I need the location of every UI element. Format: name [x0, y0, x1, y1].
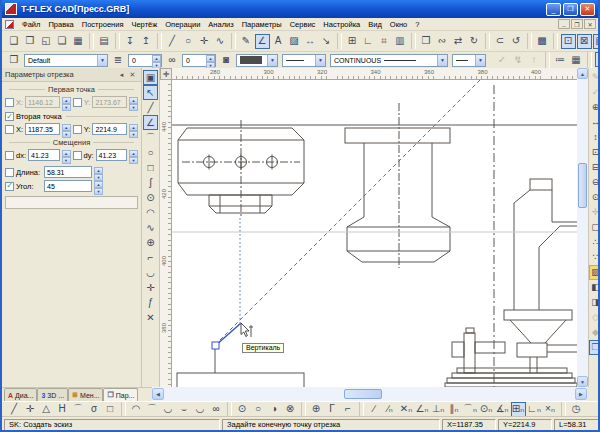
- mdi-minimize-button[interactable]: _: [558, 19, 570, 29]
- arc-3pt-icon[interactable]: ◠: [129, 402, 144, 417]
- delete-icon[interactable]: ✕: [143, 310, 158, 325]
- leader-icon[interactable]: ↘: [319, 34, 334, 49]
- x2-field[interactable]: 1187.35: [25, 123, 60, 135]
- snap-center-icon[interactable]: ⊙ₙ: [479, 402, 494, 417]
- menu-file[interactable]: Файл: [18, 19, 44, 30]
- curve-icon[interactable]: ∿: [143, 220, 158, 235]
- scroll-up-button[interactable]: ▲: [577, 68, 588, 79]
- move-icon[interactable]: ⇄: [451, 34, 466, 49]
- sketch-triangle-icon[interactable]: △: [39, 402, 54, 417]
- sketch-ellipse-icon[interactable]: σ: [87, 402, 102, 417]
- node-icon[interactable]: ✛: [197, 34, 212, 49]
- scroll-left-button[interactable]: ◀: [152, 388, 164, 400]
- sketch-icon[interactable]: ✎: [239, 34, 254, 49]
- segment-icon[interactable]: ∠: [255, 34, 270, 49]
- measure-icon[interactable]: ⌗: [377, 34, 392, 49]
- sketch-symmetry-icon[interactable]: H: [55, 402, 70, 417]
- snap-none-icon[interactable]: ×ₙ: [543, 402, 558, 417]
- dy-spin[interactable]: ▲▼: [129, 150, 138, 161]
- zoom-window-icon[interactable]: ⊡: [589, 145, 600, 160]
- arc-full-icon[interactable]: ∞: [209, 402, 224, 417]
- fit-width-icon[interactable]: ↔: [589, 115, 600, 130]
- mdi-restore-button[interactable]: ❐: [571, 19, 583, 29]
- menu-help[interactable]: ?: [411, 19, 423, 30]
- parameters-icon[interactable]: ▣: [143, 70, 158, 85]
- snap-parallel-icon[interactable]: ∥ₙ: [447, 402, 462, 417]
- circle-tangent-icon[interactable]: ⊗: [283, 402, 298, 417]
- close-panel-button[interactable]: ✕: [127, 69, 138, 80]
- new-drawing-icon[interactable]: ❒: [23, 34, 38, 49]
- rectangle-icon[interactable]: □: [143, 160, 158, 175]
- y2-checkbox[interactable]: [73, 125, 82, 134]
- arc-tangent-icon[interactable]: ⌒: [145, 402, 160, 417]
- snap-perpendicular-icon[interactable]: ⊥ₙ: [431, 402, 446, 417]
- construction-line-icon[interactable]: ╱: [165, 34, 180, 49]
- sketch-move-icon[interactable]: ✛: [23, 402, 38, 417]
- 3d-view-icon[interactable]: ◧: [589, 280, 600, 295]
- mdi-close-button[interactable]: ✕: [584, 19, 596, 29]
- dy-field[interactable]: 41.23: [96, 149, 127, 161]
- length-field[interactable]: 58.31: [44, 166, 92, 178]
- horizontal-scroll-thumb[interactable]: [344, 389, 382, 399]
- second-point-checkbox[interactable]: ✓: [5, 112, 14, 121]
- text-icon[interactable]: A: [271, 34, 286, 49]
- save-document-icon[interactable]: ▦: [71, 34, 86, 49]
- priority-icon[interactable]: ∞: [165, 53, 180, 68]
- menu-operations[interactable]: Операции: [161, 19, 204, 30]
- copy-properties-icon[interactable]: ∾: [435, 34, 450, 49]
- segment-icon[interactable]: ∠: [143, 115, 158, 130]
- menu-parameters[interactable]: Параметры: [238, 19, 286, 30]
- function-icon[interactable]: ƒ: [143, 295, 158, 310]
- zoom-in-icon[interactable]: ⊕: [589, 100, 600, 115]
- zoom-all-icon[interactable]: ⊙: [589, 190, 600, 205]
- linetype-combobox[interactable]: CONTINUOUS ▼: [330, 54, 448, 67]
- array-icon[interactable]: ▥: [393, 34, 408, 49]
- calculator-icon[interactable]: ▩: [535, 34, 550, 49]
- axes-icon[interactable]: ⊕: [309, 402, 324, 417]
- move-node-icon[interactable]: ∵: [589, 250, 600, 265]
- menu-edit[interactable]: Правка: [44, 19, 77, 30]
- 3d-window-icon[interactable]: ❒: [589, 340, 600, 355]
- zoom-out-icon[interactable]: ⊖: [589, 175, 600, 190]
- length-spin[interactable]: ▲▼: [94, 167, 103, 178]
- export-icon[interactable]: ↥: [139, 34, 154, 49]
- coordinate-system-icon[interactable]: ∟: [361, 34, 376, 49]
- snap-grid-icon[interactable]: ⊞ₙ: [511, 402, 526, 417]
- dimension-icon[interactable]: ↔: [303, 34, 318, 49]
- tab-3d-model[interactable]: 33D ...: [37, 388, 68, 401]
- menu-constructions[interactable]: Построения: [78, 19, 128, 30]
- circle-2pt-icon[interactable]: ◑: [267, 402, 282, 417]
- angle-field[interactable]: 45: [44, 180, 92, 192]
- vertical-scroll-thumb[interactable]: [578, 163, 587, 208]
- table-icon[interactable]: ▦: [569, 52, 584, 67]
- menu-service[interactable]: Сервис: [286, 19, 320, 30]
- attachment-icon[interactable]: ⊂: [493, 34, 508, 49]
- layer-spinner[interactable]: 0 ▲▼: [128, 54, 162, 67]
- snap-free-icon[interactable]: ∕: [367, 402, 382, 417]
- tab-parameters[interactable]: ❐Пар...: [103, 388, 138, 401]
- circle-3pt-icon[interactable]: ○: [251, 402, 266, 417]
- page-icon[interactable]: ❒: [7, 53, 22, 68]
- materials-icon[interactable]: ▣: [593, 34, 600, 49]
- angle-checkbox[interactable]: ✓: [5, 182, 14, 191]
- circle-icon[interactable]: ○: [143, 145, 158, 160]
- edit-3d-model-icon[interactable]: ◨: [589, 295, 600, 310]
- menu-settings[interactable]: Настройка: [319, 19, 364, 30]
- color-icon[interactable]: ◙: [219, 53, 234, 68]
- vertical-scrollbar[interactable]: ▲ ▼: [577, 68, 588, 387]
- dx-checkbox[interactable]: [5, 151, 14, 160]
- fit-height-icon[interactable]: ↕: [589, 130, 600, 145]
- construction-spline-icon[interactable]: ∿: [213, 34, 228, 49]
- sketch-rectangle-icon[interactable]: □: [103, 402, 118, 417]
- snap-angle-icon[interactable]: ∡ₙ: [495, 402, 510, 417]
- snap-tangent-icon[interactable]: ⌒ₙ: [463, 402, 478, 417]
- fillet-icon[interactable]: ◡: [143, 265, 158, 280]
- length-checkbox[interactable]: [5, 168, 14, 177]
- select-icon[interactable]: ↖: [143, 85, 158, 100]
- redraw-icon[interactable]: ▢: [589, 220, 600, 235]
- sketch-line-icon[interactable]: ╱: [7, 402, 22, 417]
- drawing-area[interactable]: ✛ 280300320340360380400 440420400380: [160, 68, 577, 387]
- document-info-icon[interactable]: ⊡: [561, 34, 576, 49]
- spline-icon[interactable]: ʃ: [143, 175, 158, 190]
- tab-diagnostics[interactable]: AДиа...: [4, 388, 37, 401]
